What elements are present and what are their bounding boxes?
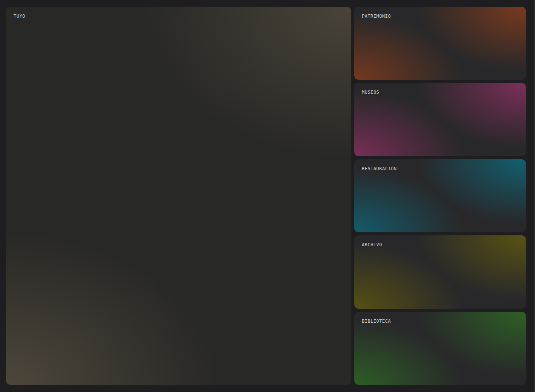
app-window: TUYO PATRIMONIO MUSEOS RESTAURACIÓN ARCH… (0, 0, 535, 392)
tile-tuyo[interactable]: TUYO (6, 7, 351, 385)
tile-restauracion[interactable]: RESTAURACIÓN (354, 159, 526, 232)
tile-tuyo-label: TUYO (14, 14, 25, 19)
tile-patrimonio[interactable]: PATRIMONIO (354, 7, 526, 80)
tile-archivo-label: ARCHIVO (362, 242, 382, 247)
tile-biblioteca-label: BIBLIOTECA (362, 319, 391, 324)
tile-museos[interactable]: MUSEOS (354, 83, 526, 156)
tile-museos-label: MUSEOS (362, 90, 379, 95)
tile-restauracion-label: RESTAURACIÓN (362, 166, 397, 171)
tile-biblioteca[interactable]: BIBLIOTECA (354, 312, 526, 385)
category-column: PATRIMONIO MUSEOS RESTAURACIÓN ARCHIVO B… (354, 7, 526, 385)
tile-patrimonio-label: PATRIMONIO (362, 14, 391, 19)
tile-archivo[interactable]: ARCHIVO (354, 235, 526, 308)
